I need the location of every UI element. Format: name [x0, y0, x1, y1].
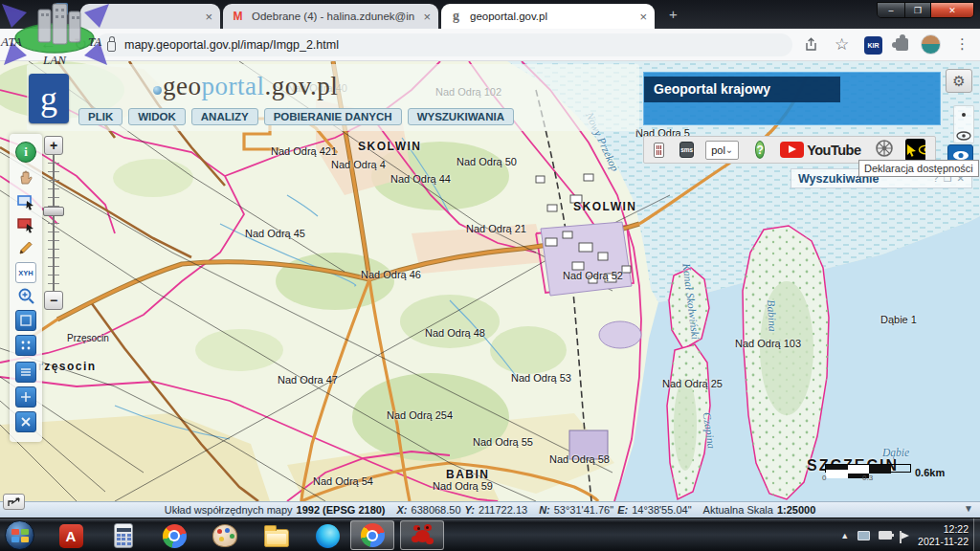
- taskbar-edge[interactable]: [314, 522, 341, 549]
- tab-1[interactable]: ×: [80, 4, 220, 29]
- zoom-in-button[interactable]: +: [44, 136, 63, 155]
- map-label: Nad Odrą 58: [549, 453, 610, 465]
- geoportal-logo[interactable]: g: [29, 74, 69, 123]
- taskbar-adobe-reader[interactable]: A: [57, 522, 84, 549]
- minimize-button[interactable]: –: [878, 3, 905, 17]
- layer-tool-1[interactable]: [15, 310, 36, 331]
- map-label: Nad Odrą 103: [735, 338, 801, 349]
- map-label: Nad Odrą 50: [457, 156, 517, 167]
- chrome-icon: [163, 524, 187, 548]
- refresh-icon[interactable]: ↻: [74, 34, 87, 55]
- start-button[interactable]: [5, 520, 34, 550]
- browser-menu-icon[interactable]: ⋮: [955, 35, 969, 53]
- layer-tool-5[interactable]: [15, 411, 36, 432]
- maximize-button[interactable]: ❐: [905, 3, 931, 17]
- geoportal-menu: PLIK WIDOK ANALIZY POBIERANIE DANYCH WYS…: [78, 108, 514, 125]
- action-center-flag-icon[interactable]: [901, 532, 909, 540]
- paint-icon: [212, 524, 237, 547]
- taskbar-clock[interactable]: 12:22 2021-11-22: [918, 523, 969, 548]
- url-text[interactable]: mapy.geoportal.gov.pl/imap/Imgp_2.html: [124, 38, 339, 52]
- taskbar-paint[interactable]: [212, 522, 238, 549]
- taskbar-explorer[interactable]: [263, 522, 290, 549]
- tab-close-icon[interactable]: ×: [423, 11, 431, 23]
- help-button[interactable]: ?: [755, 141, 765, 159]
- address-bar[interactable]: mapy.geoportal.gov.pl/imap/Imgp_2.html: [96, 33, 792, 56]
- tab-3-geoportal[interactable]: g geoportal.gov.pl ×: [441, 4, 655, 29]
- map-label: Nad Odrą 46: [361, 269, 421, 280]
- tab-2-gmail[interactable]: M Odebrane (4) - halina.zdunek@in ×: [223, 4, 438, 29]
- profile-avatar[interactable]: [921, 34, 941, 55]
- map-label: Nad Odrą 52: [563, 270, 623, 281]
- zoom-out-button[interactable]: −: [44, 291, 63, 310]
- select-area-tool[interactable]: [15, 214, 36, 235]
- language-value: pol: [711, 144, 725, 156]
- zoom-window-tool[interactable]: [15, 191, 36, 212]
- geoportal-header: g geoportal.gov.pl PLIK WIDOK ANALIZY PO…: [27, 64, 639, 131]
- layer-tool-3[interactable]: [15, 362, 36, 383]
- clock-date: 2021-11-22: [918, 536, 969, 548]
- tab-close-icon[interactable]: ×: [205, 11, 212, 23]
- bookmark-star-icon[interactable]: ☆: [835, 34, 849, 55]
- sms-icon[interactable]: sms: [679, 142, 694, 158]
- panel-title: Geoportal krajowy: [654, 81, 770, 97]
- show-desktop-button[interactable]: [973, 518, 980, 551]
- xyh-coordinates-tool[interactable]: XYH: [15, 262, 36, 283]
- battery-tray-icon[interactable]: [879, 531, 892, 540]
- zoom-slider-track[interactable]: [48, 155, 59, 291]
- menu-analizy[interactable]: ANALIZY: [191, 108, 258, 125]
- share-icon[interactable]: [804, 37, 818, 55]
- contrast-eye-button[interactable]: [918, 139, 925, 162]
- menu-widok[interactable]: WIDOK: [128, 108, 186, 125]
- clock-time: 12:22: [918, 523, 969, 536]
- tab-title: Odebrane (4) - halina.zdunek@in: [252, 11, 415, 22]
- youtube-label: YouTube: [807, 143, 860, 158]
- crs-prefix: Układ współrzędnych mapy: [165, 504, 293, 516]
- contrast-cursor-button[interactable]: [905, 139, 918, 162]
- taskbar-red-app-active[interactable]: [400, 520, 444, 550]
- menu-pobieranie-danych[interactable]: POBIERANIE DANYCH: [264, 108, 402, 125]
- corner-measure-button[interactable]: [3, 494, 25, 510]
- menu-wyszukiwania[interactable]: WYSZUKIWANIA: [408, 108, 514, 125]
- map-viewport[interactable]: Nad Odrą 102Nad Odra 40Nad Odrą 5Nad Odr…: [0, 61, 980, 501]
- title-suffix: .gov.pl: [264, 72, 338, 100]
- taskbar-chrome[interactable]: [161, 522, 188, 549]
- menu-plik[interactable]: PLIK: [78, 108, 122, 125]
- legend-grid-icon[interactable]: [654, 143, 664, 158]
- tab-close-icon[interactable]: ×: [639, 11, 647, 23]
- back-icon[interactable]: ←: [40, 34, 56, 54]
- title-geo: geo: [163, 72, 201, 100]
- kir-extension-icon[interactable]: KIR: [864, 36, 882, 55]
- close-button[interactable]: ✕: [931, 3, 973, 17]
- network-tray-icon[interactable]: [858, 531, 870, 540]
- zoom-magnifier-tool[interactable]: [15, 285, 36, 306]
- geoportal-krajowy-panel[interactable]: Geoportal krajowy: [643, 72, 941, 125]
- youtube-link[interactable]: YouTube: [780, 142, 860, 158]
- accessibility-wheel-icon[interactable]: [875, 139, 894, 162]
- pan-hand-tool[interactable]: [15, 166, 36, 187]
- map-label: Nad Odrą 45: [245, 228, 305, 239]
- chrome-icon: [361, 523, 385, 547]
- layer-tool-4[interactable]: [15, 386, 36, 408]
- extensions-puzzle-icon[interactable]: [896, 38, 908, 51]
- new-tab-button[interactable]: +: [665, 7, 681, 23]
- map-label: Nad Odrą 4: [331, 159, 386, 170]
- taskbar-calculator[interactable]: [110, 522, 137, 549]
- draw-pencil-tool[interactable]: [15, 237, 36, 258]
- zoom-slider-handle[interactable]: [43, 207, 64, 216]
- water-label: Babina: [766, 299, 779, 332]
- language-select[interactable]: pol⌄: [705, 141, 739, 160]
- identify-tool[interactable]: i: [15, 142, 36, 163]
- tray-expand-icon[interactable]: ▲: [840, 531, 849, 540]
- scale-prefix: Aktualna Skala: [703, 504, 773, 516]
- windows-taskbar: A ▲ 12:22 2021-11-22: [0, 518, 980, 551]
- collapse-dot-icon[interactable]: [962, 113, 966, 117]
- youtube-play-icon: [780, 142, 804, 158]
- layer-tool-2[interactable]: [15, 335, 36, 356]
- settings-gear-button[interactable]: ⚙: [946, 69, 972, 93]
- eye-outline-icon[interactable]: [956, 127, 971, 144]
- map-label: BABIN: [446, 468, 490, 481]
- taskbar-chrome-active[interactable]: [350, 520, 394, 550]
- e-value: 14°38'55.04": [632, 504, 691, 516]
- scale-dropdown-caret[interactable]: ▼: [964, 503, 973, 514]
- screen: × M Odebrane (4) - halina.zdunek@in × g …: [0, 0, 980, 551]
